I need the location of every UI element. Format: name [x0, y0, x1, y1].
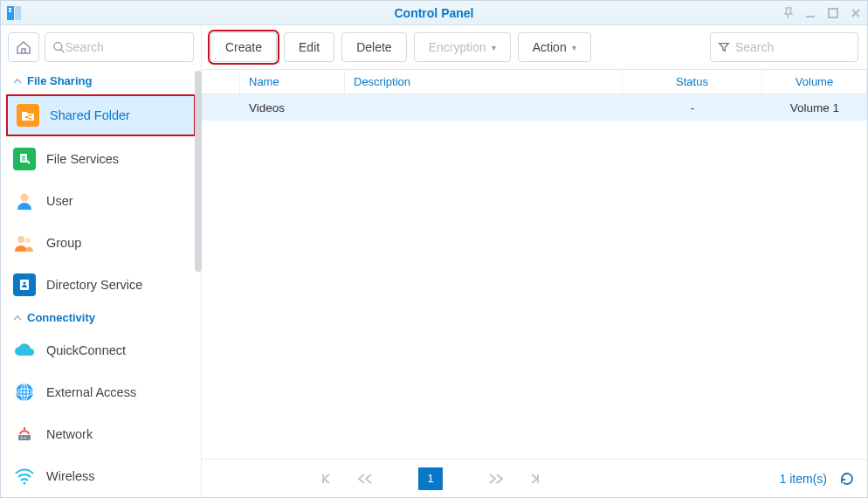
table-row[interactable]: Videos - Volume 1	[202, 94, 867, 121]
section-header-file-sharing[interactable]: File Sharing	[1, 69, 201, 93]
item-count: 1 item(s)	[780, 472, 827, 486]
action-dropdown[interactable]: Action ▾	[518, 32, 591, 62]
home-button[interactable]	[8, 32, 39, 62]
refresh-icon[interactable]	[839, 471, 855, 487]
toolbar: Create Edit Delete Encryption ▾ Action ▾	[202, 25, 867, 69]
sidebar-item-external-access[interactable]: External Access	[1, 371, 201, 413]
chevron-up-icon	[13, 77, 22, 86]
sidebar-item-file-services[interactable]: File Services	[1, 138, 201, 180]
pagination-bar: 1 1 item(s)	[202, 459, 867, 497]
sidebar-item-quickconnect[interactable]: QuickConnect	[1, 329, 201, 371]
svg-rect-1	[15, 6, 21, 20]
delete-button[interactable]: Delete	[341, 32, 406, 62]
svg-point-21	[24, 437, 26, 439]
svg-rect-2	[9, 8, 11, 10]
main-panel: Create Edit Delete Encryption ▾ Action ▾	[202, 25, 867, 497]
last-page-icon[interactable]	[528, 472, 542, 486]
sidebar-item-label: Group	[46, 236, 81, 250]
svg-rect-3	[9, 10, 11, 12]
encryption-label: Encryption	[429, 40, 486, 54]
close-icon[interactable]	[850, 7, 862, 19]
cell-description	[345, 94, 623, 121]
chevron-up-icon	[13, 314, 22, 322]
cell-volume: Volume 1	[762, 94, 867, 121]
sidebar-item-label: Network	[46, 427, 93, 441]
sidebar-search-input[interactable]	[65, 40, 186, 54]
sidebar-search[interactable]	[45, 32, 194, 62]
sidebar-item-wireless[interactable]: Wireless	[1, 455, 201, 497]
file-services-icon	[13, 148, 36, 170]
globe-icon	[13, 381, 36, 404]
svg-point-20	[21, 437, 23, 439]
maximize-icon[interactable]	[827, 7, 839, 19]
control-panel-window: Control Panel	[0, 0, 868, 498]
sidebar-item-label: User	[46, 194, 73, 208]
user-icon	[13, 190, 36, 212]
column-status[interactable]: Status	[623, 70, 762, 93]
titlebar: Control Panel	[1, 1, 867, 25]
next-page-icon[interactable]	[488, 472, 506, 486]
sidebar-item-group[interactable]: Group	[1, 222, 201, 264]
sidebar-item-label: File Services	[46, 152, 119, 166]
folder-share-icon	[17, 104, 39, 127]
sidebar-scrollbar[interactable]	[195, 71, 202, 272]
chevron-down-icon: ▾	[492, 43, 496, 52]
current-page[interactable]: 1	[418, 467, 443, 490]
svg-point-12	[17, 236, 24, 243]
section-label: Connectivity	[27, 311, 95, 324]
sidebar-item-directory-service[interactable]: Directory Service	[1, 264, 201, 306]
edit-button[interactable]: Edit	[284, 32, 334, 62]
network-icon	[13, 423, 36, 446]
shared-folder-table: Name Description Status Volume Videos - …	[202, 69, 867, 459]
chevron-down-icon: ▾	[572, 43, 576, 52]
table-body: Videos - Volume 1	[202, 94, 867, 121]
sidebar-item-shared-folder[interactable]: Shared Folder	[6, 94, 196, 136]
svg-rect-5	[829, 9, 837, 17]
svg-point-11	[21, 194, 29, 202]
sidebar-item-network[interactable]: Network	[1, 413, 201, 455]
cell-name: Videos	[240, 94, 345, 121]
sidebar-item-label: External Access	[46, 385, 136, 399]
svg-point-22	[23, 481, 25, 484]
sidebar-item-label: Shared Folder	[50, 108, 130, 122]
minimize-icon[interactable]	[804, 7, 816, 19]
pin-icon[interactable]	[783, 7, 794, 19]
encryption-dropdown[interactable]: Encryption ▾	[414, 32, 511, 62]
sidebar-item-label: Wireless	[46, 469, 95, 483]
action-label: Action	[533, 40, 567, 54]
first-page-icon[interactable]	[319, 472, 333, 486]
svg-point-6	[54, 43, 62, 51]
sidebar: File Sharing Shared Folder File Services	[1, 25, 202, 497]
column-description[interactable]: Description	[345, 70, 623, 93]
sidebar-item-label: QuickConnect	[46, 343, 126, 357]
svg-rect-4	[806, 16, 815, 17]
content-search[interactable]	[710, 32, 858, 62]
search-icon	[52, 40, 65, 54]
window-title: Control Panel	[1, 6, 867, 20]
create-button[interactable]: Create	[210, 32, 277, 62]
window-controls	[783, 7, 862, 19]
app-icon	[6, 5, 22, 21]
table-header: Name Description Status Volume	[202, 70, 867, 94]
home-icon	[16, 39, 31, 55]
sidebar-item-user[interactable]: User	[1, 180, 201, 222]
cloud-icon	[13, 339, 36, 362]
group-icon	[13, 232, 36, 254]
column-checkbox[interactable]	[202, 70, 240, 93]
section-label: File Sharing	[27, 74, 92, 87]
directory-icon	[13, 273, 36, 296]
sidebar-item-label: Directory Service	[46, 278, 142, 292]
filter-icon	[718, 40, 730, 54]
column-name[interactable]: Name	[240, 70, 345, 93]
prev-page-icon[interactable]	[355, 472, 373, 486]
column-volume[interactable]: Volume	[762, 70, 867, 93]
svg-point-13	[25, 238, 31, 243]
svg-point-15	[24, 282, 26, 285]
wifi-icon	[13, 465, 36, 488]
section-header-connectivity[interactable]: Connectivity	[1, 306, 201, 329]
cell-status: -	[623, 94, 762, 121]
content-search-input[interactable]	[735, 40, 851, 54]
